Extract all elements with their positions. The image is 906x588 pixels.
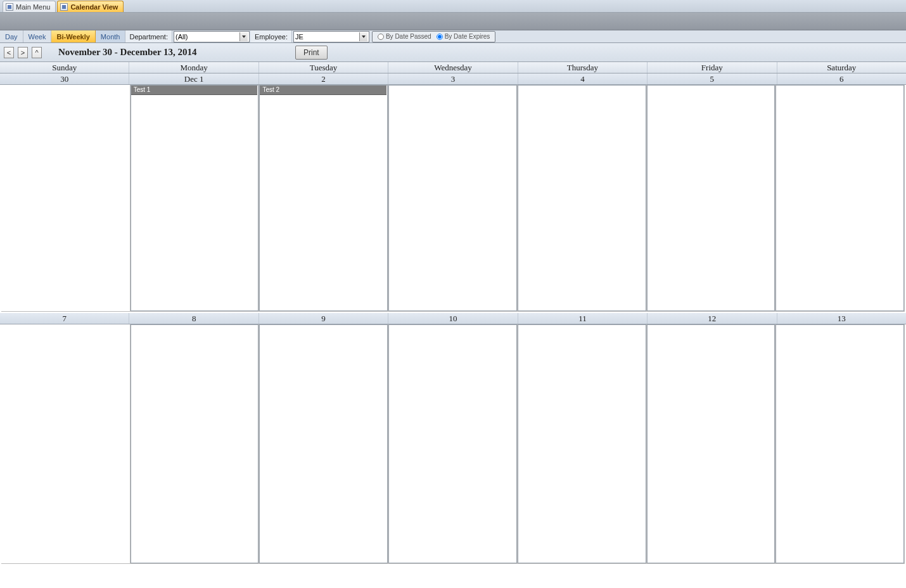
day-cell[interactable]: Test 2 xyxy=(259,85,388,312)
date-number: 7 xyxy=(0,313,129,324)
radio-by-date-passed[interactable]: By Date Passed xyxy=(378,33,431,40)
view-label: Day xyxy=(5,33,18,41)
date-mode-radio-group: By Date Passed By Date Expires xyxy=(372,31,495,42)
tab-calendar-view[interactable]: Calendar View xyxy=(57,1,124,12)
filter-bar: Day Week Bi-Weekly Month Department: (Al… xyxy=(0,30,906,43)
chevron-left-icon: < xyxy=(7,49,11,56)
date-number: 6 xyxy=(777,74,906,84)
print-button[interactable]: Print xyxy=(295,46,328,60)
tab-label: Main Menu xyxy=(16,3,50,11)
date-number-row: 7 8 9 10 11 12 13 xyxy=(0,313,906,324)
event-chip[interactable]: Test 1 xyxy=(131,86,258,95)
tab-label: Calendar View xyxy=(70,3,118,11)
up-button[interactable]: ^ xyxy=(32,47,42,58)
department-label: Department: xyxy=(125,30,172,42)
employee-combo[interactable]: JE xyxy=(293,31,369,42)
date-number-row: 30 Dec 1 2 3 4 5 6 xyxy=(0,74,906,85)
date-number: 3 xyxy=(388,74,518,84)
tab-strip: Main Menu Calendar View xyxy=(0,0,906,13)
day-cell[interactable] xyxy=(775,85,905,312)
form-icon xyxy=(6,3,13,11)
view-label: Month xyxy=(101,33,120,41)
chevron-down-icon[interactable] xyxy=(359,32,367,41)
form-icon xyxy=(60,3,68,11)
view-label: Bi-Weekly xyxy=(56,33,89,41)
day-header: Sunday xyxy=(0,62,129,73)
date-number: 10 xyxy=(388,313,518,324)
chevron-down-icon[interactable] xyxy=(239,32,248,41)
view-month-button[interactable]: Month xyxy=(96,30,126,42)
date-number: 4 xyxy=(518,74,648,84)
day-cell[interactable] xyxy=(518,324,647,564)
view-day-button[interactable]: Day xyxy=(0,30,23,42)
day-cell[interactable] xyxy=(647,324,776,564)
day-header: Saturday xyxy=(777,62,906,73)
day-cell[interactable] xyxy=(131,324,260,564)
week-row: Test 1 Test 2 xyxy=(0,85,906,313)
date-range-title: November 30 - December 13, 2014 xyxy=(58,47,197,58)
date-number: 2 xyxy=(259,74,388,84)
day-cell[interactable]: Test 1 xyxy=(131,85,260,312)
radio-input[interactable] xyxy=(378,34,384,40)
week-row xyxy=(0,324,906,565)
date-number: 13 xyxy=(777,313,906,324)
date-number: 11 xyxy=(518,313,648,324)
chevron-right-icon: > xyxy=(21,49,25,56)
day-cell[interactable] xyxy=(1,324,131,564)
toolbar-band xyxy=(0,13,906,30)
day-cell[interactable] xyxy=(647,85,776,312)
radio-label: By Date Expires xyxy=(445,33,490,40)
view-biweekly-button[interactable]: Bi-Weekly xyxy=(51,30,95,42)
day-cell[interactable] xyxy=(259,324,388,564)
radio-by-date-expires[interactable]: By Date Expires xyxy=(437,33,490,40)
employee-value: JE xyxy=(295,33,359,41)
day-header-row: Sunday Monday Tuesday Wednesday Thursday… xyxy=(0,62,906,74)
radio-label: By Date Passed xyxy=(386,33,431,40)
date-number: 8 xyxy=(129,313,258,324)
day-cell[interactable] xyxy=(388,85,518,312)
tab-main-menu[interactable]: Main Menu xyxy=(3,1,56,12)
title-row: < > ^ November 30 - December 13, 2014 Pr… xyxy=(0,43,906,62)
day-header: Tuesday xyxy=(259,62,388,73)
day-cell[interactable] xyxy=(388,324,518,564)
event-chip[interactable]: Test 2 xyxy=(260,86,386,95)
day-header: Friday xyxy=(648,62,777,73)
department-value: (All) xyxy=(175,33,239,41)
date-number: 30 xyxy=(0,74,129,84)
event-label: Test 1 xyxy=(134,86,151,93)
button-label: Print xyxy=(303,48,319,57)
day-header: Thursday xyxy=(518,62,648,73)
event-label: Test 2 xyxy=(262,86,279,93)
caret-up-icon: ^ xyxy=(35,49,38,56)
prev-button[interactable]: < xyxy=(4,47,14,58)
radio-input[interactable] xyxy=(437,34,443,40)
day-cell[interactable] xyxy=(775,324,905,564)
view-label: Week xyxy=(29,33,46,41)
view-week-button[interactable]: Week xyxy=(23,30,52,42)
day-header: Monday xyxy=(129,62,258,73)
date-number: Dec 1 xyxy=(129,74,258,84)
department-combo[interactable]: (All) xyxy=(174,31,250,42)
date-number: 12 xyxy=(648,313,777,324)
day-cell[interactable] xyxy=(1,85,131,312)
employee-label: Employee: xyxy=(251,30,292,42)
day-cell[interactable] xyxy=(518,85,647,312)
date-number: 5 xyxy=(648,74,777,84)
day-header: Wednesday xyxy=(388,62,518,73)
date-number: 9 xyxy=(259,313,388,324)
next-button[interactable]: > xyxy=(18,47,28,58)
